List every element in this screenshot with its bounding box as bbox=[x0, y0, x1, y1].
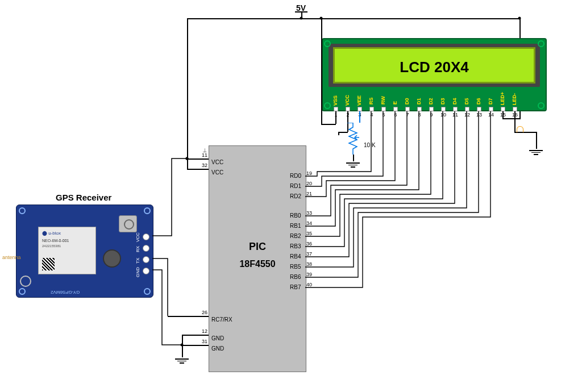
gps-pad-tx bbox=[143, 256, 149, 263]
gps-antenna-text: antenna bbox=[2, 255, 21, 260]
lcd-pin-13-pad bbox=[477, 107, 481, 111]
wire bbox=[187, 159, 209, 160]
wire bbox=[321, 38, 322, 124]
lcd-pin-12-pad bbox=[465, 107, 469, 111]
lcd-pin-8-num: 8 bbox=[416, 112, 423, 118]
lcd-pin-10-pad bbox=[441, 107, 446, 111]
gps-pin-vcc-label: VCC bbox=[135, 231, 140, 242]
pic-rb4-name: RB4 bbox=[290, 253, 301, 260]
gps-pin-rx-label: RX bbox=[135, 243, 140, 252]
wire bbox=[168, 316, 209, 317]
lcd-pin-11-name: D4 bbox=[452, 92, 458, 105]
pic-rd0-name: RD0 bbox=[290, 173, 301, 179]
lcd-pin-8-name: D1 bbox=[416, 92, 422, 105]
pic-rb1-name: RB1 bbox=[290, 223, 301, 229]
pot-value-label: 10 K bbox=[364, 142, 376, 148]
lcd-pin-3-name: VEE bbox=[356, 90, 362, 106]
junction-dot bbox=[181, 344, 184, 347]
gps-chip-model: NEO-6M-0-001 bbox=[42, 239, 69, 243]
gps-pad-rx bbox=[143, 245, 149, 252]
ground-symbol-lcd bbox=[529, 149, 543, 155]
lcd-pin-15-pad bbox=[501, 107, 505, 111]
gps-board-text: GY-GPS6MV2 bbox=[51, 290, 80, 295]
lcd-pin-2-name: VCC bbox=[344, 90, 350, 106]
lcd-pin-16-pad bbox=[513, 107, 517, 111]
wire bbox=[519, 114, 521, 119]
pic-rb0-num: 33 bbox=[306, 210, 312, 216]
pic-pin31-name: GND bbox=[211, 345, 224, 352]
pic-pin32-name: VCC bbox=[211, 169, 223, 176]
lcd-pin-14-num: 14 bbox=[487, 112, 496, 118]
lcd-pin-1-name: VSS bbox=[332, 90, 338, 106]
lcd-pin-4-pad bbox=[369, 107, 374, 111]
lcd-pin-7-num: 7 bbox=[404, 112, 411, 118]
pic-rb0-name: RB0 bbox=[290, 212, 301, 219]
pic-rb6-num: 39 bbox=[306, 272, 312, 277]
lcd-pin-9-num: 9 bbox=[428, 112, 435, 118]
wire bbox=[359, 111, 360, 123]
lcd-pin-13-name: D6 bbox=[476, 92, 481, 105]
pic-rb1-num: 34 bbox=[306, 220, 312, 226]
lcd-pin-5-pad bbox=[381, 107, 386, 111]
gps-chip-brand: u-blox bbox=[48, 231, 61, 236]
lcd-pin-15-name: LED+ bbox=[500, 88, 505, 105]
pic-rb7-num: 40 bbox=[306, 282, 312, 287]
wire bbox=[335, 111, 336, 124]
rail-5v bbox=[187, 18, 519, 19]
pic-rd2-name: RD2 bbox=[290, 193, 301, 199]
gps-antenna-connector bbox=[119, 215, 137, 232]
pic-rd1-name: RD1 bbox=[290, 183, 301, 189]
ground-symbol-pot bbox=[346, 161, 360, 168]
pic-pin11-name: VCC bbox=[211, 159, 223, 165]
lcd-pin-14-name: D7 bbox=[488, 92, 493, 105]
gps-title: GPS Receiver bbox=[56, 193, 111, 202]
wire bbox=[182, 345, 209, 346]
lcd-pin-8-pad bbox=[417, 107, 422, 111]
junction-dot bbox=[186, 157, 189, 160]
pic-rd1-num: 20 bbox=[306, 181, 312, 186]
pic-pin26-name: RC7/RX bbox=[211, 316, 232, 323]
pic-rb4-num: 37 bbox=[306, 251, 312, 257]
lcd-pin-11-pad bbox=[453, 107, 458, 111]
lcd-pin-6-num: 6 bbox=[392, 112, 399, 118]
wire bbox=[514, 111, 516, 132]
lcd-pin-9-pad bbox=[429, 107, 434, 111]
pic-rb5-name: RB5 bbox=[290, 264, 301, 270]
lcd-pin-4-num: 4 bbox=[368, 112, 375, 118]
wire bbox=[353, 155, 354, 161]
wire-hop-icon bbox=[517, 126, 523, 132]
gps-module: ⬤ u-blox NEO-6M-0-001 2422155381 VCC RX … bbox=[16, 205, 153, 298]
lcd-pin-3-pad bbox=[357, 107, 362, 111]
lcd-pin-12-num: 12 bbox=[463, 112, 472, 118]
pic-rb6-name: RB6 bbox=[290, 274, 301, 280]
pic-rd0-num: 19 bbox=[306, 170, 312, 176]
pic-pin31-num: 31 bbox=[196, 339, 207, 344]
wire bbox=[502, 118, 519, 119]
lcd-pin-11-num: 11 bbox=[451, 112, 460, 118]
pic-pin32-num: 32 bbox=[196, 162, 207, 168]
pic-pin12-name: GND bbox=[211, 335, 224, 341]
qr-code-icon bbox=[42, 258, 55, 270]
junction-dot bbox=[300, 17, 303, 20]
wire bbox=[187, 169, 209, 170]
gps-chip-serial: 2422155381 bbox=[42, 244, 61, 248]
lcd-pin-10-num: 10 bbox=[439, 112, 448, 118]
gps-battery-icon bbox=[103, 249, 121, 268]
lcd-pin-5-name: RW bbox=[380, 92, 386, 105]
lcd-pin-4-name: RS bbox=[368, 92, 374, 105]
wire bbox=[321, 18, 322, 39]
pic-rb2-num: 35 bbox=[306, 231, 312, 236]
pic-rd2-num: 21 bbox=[306, 191, 312, 197]
lcd-pin-13-num: 13 bbox=[475, 112, 484, 118]
pic-rb2-name: RB2 bbox=[290, 233, 301, 239]
lcd-pin-5-num: 5 bbox=[380, 112, 387, 118]
wire bbox=[321, 124, 336, 125]
lcd-pin-14-pad bbox=[489, 107, 493, 111]
gps-pad-vcc bbox=[143, 233, 149, 240]
lcd-pin-7-name: D0 bbox=[404, 92, 410, 105]
junction-dot bbox=[320, 17, 323, 20]
ufl-connector-icon bbox=[20, 276, 31, 287]
lcd-pin-6-name: E bbox=[392, 95, 398, 105]
lcd-pin-6-pad bbox=[393, 107, 398, 111]
lcd-pin-1-pad bbox=[334, 107, 338, 111]
